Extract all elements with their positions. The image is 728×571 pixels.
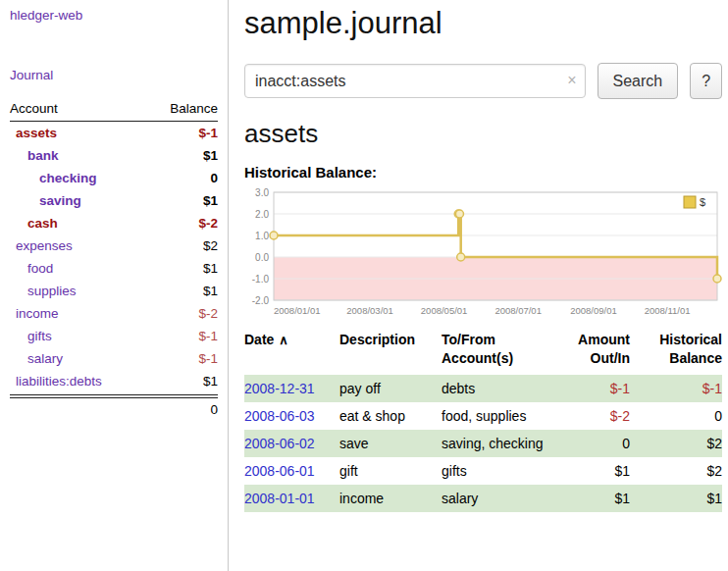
date-column-label: Date: [244, 332, 274, 347]
register-header: Date∧ Description To/From Account(s) Amo…: [244, 331, 722, 368]
register-accounts: salary: [442, 485, 547, 512]
legend-label: $: [700, 196, 705, 208]
account-balance: $1: [203, 148, 218, 163]
register-accounts: debts: [442, 375, 547, 402]
account-balance: $1: [203, 374, 218, 389]
help-button[interactable]: ?: [690, 63, 722, 99]
sidebar-account-cash[interactable]: cash: [10, 216, 58, 231]
data-point-marker: [457, 253, 465, 261]
main-content: sample.journal × Search ? assets Histori…: [244, 0, 728, 571]
register-amount: $-2: [547, 402, 630, 430]
clear-search-icon[interactable]: ×: [567, 72, 576, 89]
search-field-wrap: ×: [244, 64, 586, 98]
register-accounts: saving, checking: [442, 430, 547, 457]
register-row: 2008-06-03eat & shopfood, supplies$-20: [244, 402, 722, 430]
account-balance: $1: [203, 284, 218, 298]
account-row: cash$-2: [10, 212, 218, 234]
account-balance: $1: [203, 261, 218, 276]
x-tick-label: 2008/11/01: [645, 305, 691, 316]
x-tick-label: 2008/05/01: [421, 305, 468, 316]
total-balance: 0: [210, 402, 218, 417]
balance-column-header: Balance: [170, 101, 218, 116]
y-tick-label: 1.0: [255, 231, 269, 241]
sidebar-journal-link[interactable]: Journal: [10, 68, 218, 82]
sidebar-account-table: Account Balance assets$-1bank$1checking0…: [10, 101, 218, 417]
account-balance: 0: [210, 171, 218, 185]
data-point-marker: [455, 210, 463, 218]
account-balance: $2: [203, 238, 218, 253]
account-column-header: Account: [10, 101, 58, 116]
sidebar-account-food[interactable]: food: [10, 261, 53, 276]
account-row: food$1: [10, 257, 218, 280]
account-balance: $1: [203, 193, 218, 208]
account-balance: $-1: [198, 126, 218, 140]
register-amount: $-1: [547, 375, 630, 402]
sidebar-account-supplies[interactable]: supplies: [10, 284, 77, 298]
sidebar-account-salary[interactable]: salary: [10, 351, 63, 366]
y-tick-label: -2.0: [252, 295, 270, 306]
register-balance: 0: [630, 402, 722, 430]
sidebar-account-checking[interactable]: checking: [10, 171, 97, 185]
chart-title: Historical Balance:: [244, 164, 722, 181]
legend-swatch: [684, 196, 696, 208]
total-row: 0: [10, 398, 218, 417]
register-description: pay off: [339, 375, 442, 402]
register-balance: $2: [630, 457, 722, 485]
account-row: income$-2: [10, 302, 218, 325]
register-row: 2008-01-01incomesalary$1$1: [244, 485, 722, 512]
x-tick-label: 2008/07/01: [494, 305, 542, 316]
account-row: supplies$1: [10, 280, 218, 302]
register-amount: $1: [547, 485, 630, 512]
app-title-link[interactable]: hledger-web: [10, 8, 218, 23]
account-row: gifts$-1: [10, 325, 218, 347]
register-balance: $2: [630, 430, 722, 457]
register-accounts: gifts: [442, 457, 547, 485]
account-row: liabilities:debts$1: [10, 370, 218, 392]
register-date-link[interactable]: 2008-06-02: [244, 430, 339, 457]
x-tick-label: 2008/09/01: [570, 305, 617, 316]
account-title: assets: [244, 119, 722, 149]
search-button[interactable]: Search: [598, 63, 679, 99]
register-description: save: [339, 430, 442, 457]
historical-balance-chart: 3.02.01.00.0-1.0-2.02008/01/012008/03/01…: [244, 187, 723, 319]
sort-ascending-icon: ∧: [279, 333, 288, 347]
y-tick-label: 2.0: [255, 209, 269, 220]
hledger-web-app: hledger-web Journal Account Balance asse…: [0, 0, 728, 571]
sidebar-account-income[interactable]: income: [10, 306, 59, 321]
sidebar: hledger-web Journal Account Balance asse…: [0, 0, 229, 571]
sidebar-account-assets[interactable]: assets: [10, 126, 57, 140]
date-column-header[interactable]: Date∧: [244, 331, 339, 368]
account-balance: $-1: [198, 329, 218, 343]
register-description: eat & shop: [339, 402, 442, 430]
page-title: sample.journal: [244, 6, 722, 41]
sidebar-account-liabilities-debts[interactable]: liabilities:debts: [10, 374, 102, 389]
search-input[interactable]: [244, 64, 586, 98]
search-bar: × Search ?: [244, 63, 722, 99]
register-description: income: [339, 485, 442, 512]
balance-column-header2: Historical Balance: [630, 331, 722, 368]
account-row: checking0: [10, 167, 218, 189]
register-date-link[interactable]: 2008-12-31: [244, 375, 339, 402]
register-date-link[interactable]: 2008-01-01: [244, 485, 339, 512]
sidebar-account-gifts[interactable]: gifts: [10, 329, 52, 343]
y-tick-label: -1.0: [252, 274, 270, 285]
amount-column-header: Amount Out/In: [547, 331, 630, 368]
register-amount: $1: [547, 457, 630, 485]
register-date-link[interactable]: 2008-06-01: [244, 457, 339, 485]
sidebar-account-saving[interactable]: saving: [10, 193, 81, 208]
data-point-marker: [713, 275, 721, 283]
account-balance: $-1: [198, 351, 218, 366]
account-row: salary$-1: [10, 347, 218, 370]
x-tick-label: 2008/03/01: [346, 305, 393, 316]
sidebar-account-bank[interactable]: bank: [10, 148, 59, 163]
account-row: saving$1: [10, 189, 218, 212]
account-row: assets$-1: [10, 122, 218, 144]
register-table: Date∧ Description To/From Account(s) Amo…: [244, 331, 722, 512]
register-amount: 0: [547, 430, 630, 457]
register-description: gift: [339, 457, 442, 485]
register-row: 2008-12-31pay offdebts$-1$-1: [244, 375, 722, 402]
register-balance: $1: [630, 485, 722, 512]
sidebar-account-expenses[interactable]: expenses: [10, 238, 73, 253]
register-date-link[interactable]: 2008-06-03: [244, 402, 339, 430]
account-table-header: Account Balance: [10, 101, 218, 122]
